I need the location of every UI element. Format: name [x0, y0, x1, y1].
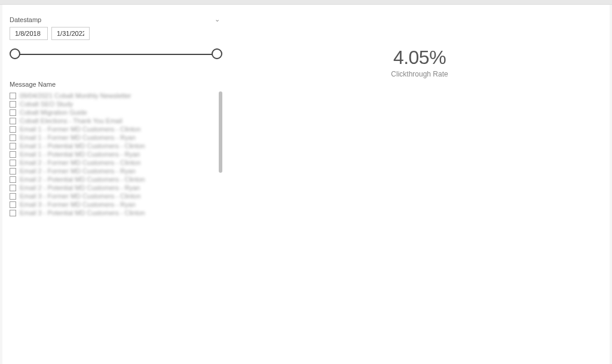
list-item[interactable]: Email 3 - Former MD Customers - Ryan	[10, 200, 222, 209]
message-text: Email 1 - Former MD Customers - Clinton	[20, 126, 140, 133]
checkbox[interactable]	[10, 210, 16, 216]
checkbox[interactable]	[10, 201, 16, 208]
list-item[interactable]: Email 2 - Potential MD Customers - Clint…	[10, 175, 222, 183]
checkbox[interactable]	[10, 168, 16, 175]
message-text: Email 2 - Potential MD Customers - Clint…	[20, 176, 145, 183]
left-panel: Datestamp ⌄ Message Name 09/04/2021 Coba…	[2, 5, 230, 364]
datestamp-label: Datestamp	[10, 16, 41, 23]
message-list: 09/04/2021 Cobalt Monthly NewsletterCoba…	[10, 91, 222, 217]
kpi-label: Clickthrough Rate	[230, 70, 610, 78]
list-item[interactable]: Email 2 - Former MD Customers - Clinton	[10, 158, 222, 167]
date-slider[interactable]	[10, 48, 222, 63]
checkbox[interactable]	[10, 101, 16, 108]
list-item[interactable]: Email 2 - Former MD Customers - Ryan	[10, 167, 222, 175]
slider-handle-end[interactable]	[212, 48, 222, 59]
kpi-card: 4.05% Clickthrough Rate	[230, 47, 610, 78]
list-item[interactable]: Email 3 - Potential MD Customers - Clint…	[10, 209, 222, 217]
list-item[interactable]: Email 2 - Potential MD Customers - Ryan	[10, 183, 222, 192]
checkbox[interactable]	[10, 185, 16, 191]
checkbox[interactable]	[10, 118, 16, 124]
message-text: Email 3 - Former MD Customers - Clinton	[20, 192, 140, 200]
message-name-label: Message Name	[10, 81, 222, 88]
list-item[interactable]: Cobalt Elections - Thank You Email	[10, 117, 222, 125]
scrollbar[interactable]	[219, 91, 222, 173]
list-item[interactable]: Email 1 - Former MD Customers - Ryan	[10, 133, 222, 142]
checkbox[interactable]	[10, 151, 16, 158]
right-panel: 4.05% Clickthrough Rate	[230, 5, 610, 364]
message-text: Email 1 - Potential MD Customers - Clint…	[20, 142, 145, 149]
message-text: Email 3 - Potential MD Customers - Clint…	[20, 209, 145, 216]
checkbox[interactable]	[10, 176, 16, 183]
message-text: Email 1 - Former MD Customers - Ryan	[20, 134, 136, 141]
main-container: Datestamp ⌄ Message Name 09/04/2021 Coba…	[2, 5, 610, 364]
date-end-input[interactable]	[51, 27, 90, 40]
datestamp-header: Datestamp ⌄	[10, 16, 222, 23]
checkbox[interactable]	[10, 160, 16, 166]
list-item[interactable]: Email 1 - Potential MD Customers - Clint…	[10, 142, 222, 150]
checkbox[interactable]	[10, 109, 16, 116]
date-start-input[interactable]	[10, 27, 48, 40]
chevron-down-icon[interactable]: ⌄	[215, 16, 222, 23]
message-text: Email 1 - Potential MD Customers - Ryan	[20, 151, 140, 158]
message-text: Email 2 - Potential MD Customers - Ryan	[20, 184, 140, 191]
checkbox[interactable]	[10, 93, 16, 99]
checkbox[interactable]	[10, 143, 16, 149]
checkbox[interactable]	[10, 134, 16, 141]
list-item[interactable]: Cobalt SEO Study	[10, 100, 222, 108]
list-item[interactable]: Email 1 - Former MD Customers - Clinton	[10, 125, 222, 133]
list-item[interactable]: Cobalt Migration Guide	[10, 108, 222, 117]
list-item[interactable]: 09/04/2021 Cobalt Monthly Newsletter	[10, 91, 222, 100]
list-item[interactable]: Email 3 - Former MD Customers - Clinton	[10, 192, 222, 200]
message-text: Cobalt SEO Study	[20, 100, 73, 108]
message-list-container: 09/04/2021 Cobalt Monthly NewsletterCoba…	[10, 91, 222, 229]
slider-handle-start[interactable]	[10, 48, 20, 59]
top-bar	[0, 0, 612, 5]
message-text: Email 2 - Former MD Customers - Clinton	[20, 159, 140, 166]
date-inputs	[10, 27, 222, 40]
message-text: Email 3 - Former MD Customers - Ryan	[20, 201, 136, 208]
message-text: Cobalt Elections - Thank You Email	[20, 117, 123, 124]
message-text: Cobalt Migration Guide	[20, 109, 87, 116]
slider-track	[15, 54, 217, 55]
kpi-value: 4.05%	[230, 47, 610, 69]
message-text: Email 2 - Former MD Customers - Ryan	[20, 167, 136, 175]
checkbox[interactable]	[10, 126, 16, 133]
checkbox[interactable]	[10, 193, 16, 200]
message-text: 09/04/2021 Cobalt Monthly Newsletter	[20, 92, 131, 99]
list-item[interactable]: Email 1 - Potential MD Customers - Ryan	[10, 150, 222, 158]
